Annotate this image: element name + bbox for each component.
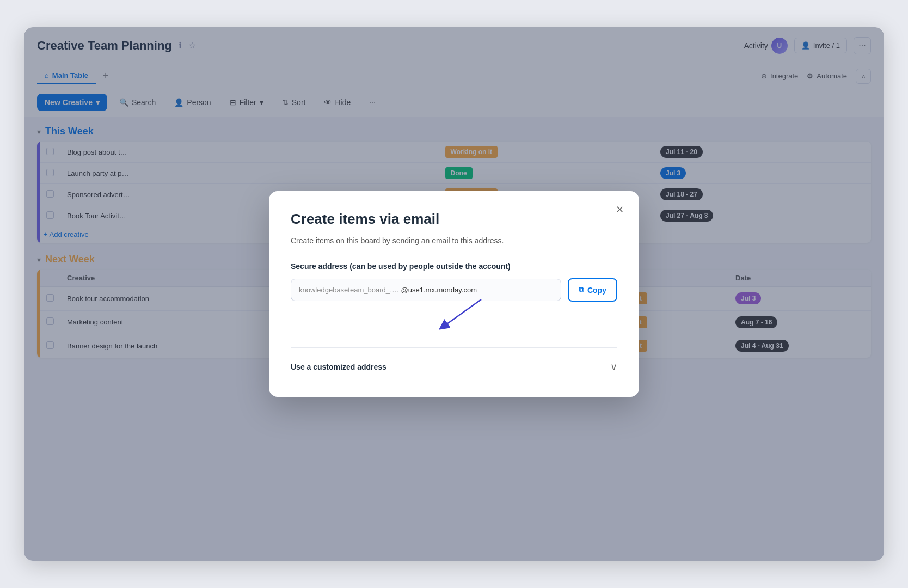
copy-label: Copy (587, 286, 606, 295)
arrow-annotation-area (291, 310, 617, 343)
close-icon: ✕ (616, 204, 624, 216)
copy-button[interactable]: ⧉ Copy (568, 278, 617, 302)
app-window: Creative Team Planning ℹ ☆ Activity U 👤 … (24, 27, 884, 561)
modal-close-button[interactable]: ✕ (611, 201, 628, 218)
svg-line-0 (443, 299, 481, 327)
email-modal: ✕ Create items via email Create items on… (269, 191, 639, 397)
modal-divider (291, 347, 617, 348)
email-prefix: knowledgebaseteam_board_…. (299, 286, 399, 294)
copy-icon: ⧉ (579, 285, 584, 295)
modal-title: Create items via email (291, 211, 617, 228)
modal-description: Create items on this board by sending an… (291, 235, 617, 247)
email-display: knowledgebaseteam_board_…. @use1.mx.mond… (291, 279, 561, 301)
modal-section-label: Secure address (can be used by people ou… (291, 262, 617, 271)
chevron-down-icon: ∨ (610, 361, 617, 373)
customized-address-row[interactable]: Use a customized address ∨ (291, 359, 617, 375)
arrow-svg (432, 294, 519, 332)
email-domain: @use1.mx.monday.com (401, 286, 477, 294)
customized-label: Use a customized address (291, 363, 386, 371)
